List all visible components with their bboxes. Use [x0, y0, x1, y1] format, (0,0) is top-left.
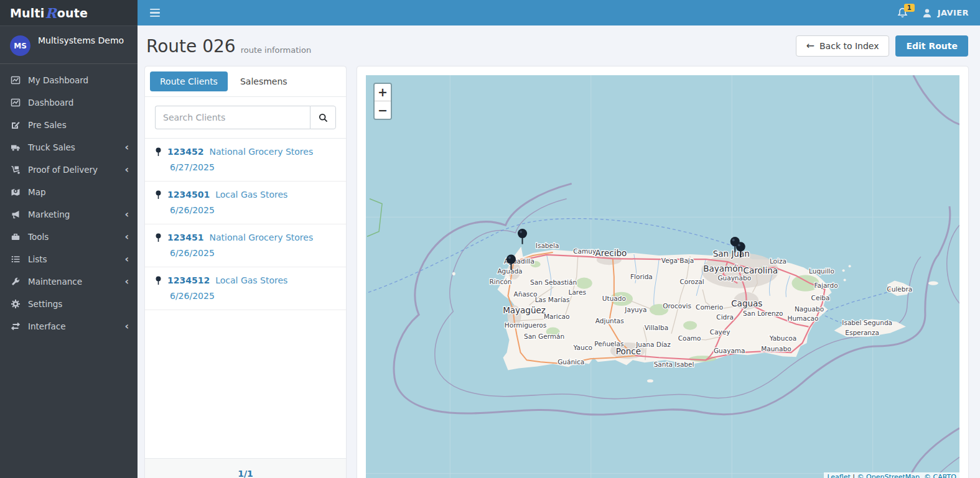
map-town-label: Cidra — [716, 313, 734, 321]
sidebar-item-label: Dashboard — [28, 98, 129, 108]
map-town-label: Yauco — [573, 344, 592, 351]
sidebar-item-pre-sales[interactable]: Pre Sales — [0, 114, 138, 136]
map-town-label: Bayamón — [703, 264, 743, 273]
client-code: 1234512 — [167, 275, 210, 285]
client-list-item[interactable]: 1234501 Local Gas Stores 6/26/2025 — [145, 182, 346, 224]
notifications-button[interactable]: 1 — [897, 7, 908, 19]
client-name: Local Gas Stores — [215, 275, 287, 285]
map-town-label: Isabela — [536, 242, 559, 249]
leaflet-map[interactable]: IsabelaCamuyAreciboVega BajaFloridaCoroz… — [366, 75, 959, 478]
chevron-left-icon: ‹ — [124, 142, 129, 152]
search-clients-input[interactable] — [155, 106, 310, 129]
sidebar-item-marketing[interactable]: Marketing ‹ — [0, 203, 138, 226]
gear-icon — [10, 299, 21, 309]
map-attribution: Leaflet | © OpenStreetMap, © CARTO — [824, 472, 959, 478]
user-name: JAVIER — [938, 8, 969, 17]
exchange-icon — [10, 321, 21, 331]
sidebar-item-map[interactable]: Map — [0, 181, 138, 203]
sidebar-item-label: Marketing — [28, 209, 124, 219]
sidebar-item-tools[interactable]: Tools ‹ — [0, 226, 138, 248]
arrow-left-icon: ← — [806, 41, 814, 51]
sidebar-item-truck-sales[interactable]: Truck Sales ‹ — [0, 136, 138, 159]
back-to-index-button[interactable]: ← Back to Index — [796, 35, 890, 57]
zoom-in-button[interactable]: + — [375, 84, 391, 101]
sidebar-item-label: Proof of Delivery — [28, 165, 124, 175]
map-town-label: Santa Isabel — [654, 361, 694, 368]
map-town-label: San Germán — [524, 333, 564, 340]
client-list-item[interactable]: 123452 National Grocery Stores 6/27/2025 — [145, 139, 346, 182]
map-town-label: Arecibo — [595, 248, 627, 258]
map-zoom-control: + − — [373, 83, 392, 120]
map-town-label: Vega Baja — [661, 257, 694, 264]
sidebar-item-dashboard[interactable]: Dashboard — [0, 91, 138, 114]
map-town-label: Culebra — [887, 285, 912, 293]
brand-logo[interactable]: MultiRoute — [0, 0, 138, 25]
search-button[interactable] — [310, 106, 336, 129]
chart-icon — [10, 75, 21, 85]
client-date: 6/27/2025 — [170, 162, 336, 172]
dolly-icon — [10, 165, 21, 175]
client-code: 123452 — [167, 147, 203, 157]
map-pin-icon — [155, 233, 162, 242]
sidebar-nav: My Dashboard Dashboard Pre Sales Truck S… — [0, 64, 138, 342]
user-menu[interactable]: JAVIER — [922, 7, 969, 19]
map-town-label: Naguabo — [795, 305, 824, 313]
org-name: Multisystems Demo — [38, 34, 124, 48]
back-button-label: Back to Index — [819, 41, 879, 51]
sidebar-item-my-dashboard[interactable]: My Dashboard — [0, 69, 138, 91]
client-list-item[interactable]: 123451 National Grocery Stores 6/26/2025 — [145, 224, 346, 267]
tab-salesmens[interactable]: Salesmens — [230, 71, 297, 91]
page-header: Route 026 route information ← Back to In… — [146, 35, 968, 57]
map-town-label: Las Marías — [535, 296, 570, 303]
sidebar-item-label: Settings — [28, 299, 129, 309]
sidebar-item-settings[interactable]: Settings — [0, 293, 138, 315]
map-icon — [10, 187, 21, 197]
map-town-label: Yabucoa — [769, 334, 796, 342]
map-town-label: Ceiba — [811, 294, 830, 301]
carto-link[interactable]: © CARTO — [924, 473, 956, 478]
client-date: 6/26/2025 — [170, 248, 336, 258]
panel-tabs: Route Clients Salesmens — [145, 67, 346, 97]
map-town-label: Villalba — [645, 324, 668, 331]
menu-toggle-icon[interactable] — [150, 9, 160, 17]
map-panel: IsabelaCamuyAreciboVega BajaFloridaCoroz… — [357, 67, 968, 478]
edit-route-button[interactable]: Edit Route — [895, 35, 968, 57]
osm-link[interactable]: © OpenStreetMap, — [857, 473, 922, 478]
sidebar-item-label: Tools — [28, 232, 124, 242]
org-panel[interactable]: MS Multisystems Demo — [0, 25, 138, 64]
sidebar-item-label: Maintenance — [28, 277, 124, 287]
sidebar-item-label: Interface — [28, 321, 124, 331]
client-name: Local Gas Stores — [215, 190, 287, 200]
client-name: National Grocery Stores — [209, 232, 313, 242]
tab-route-clients[interactable]: Route Clients — [150, 71, 228, 91]
zoom-out-button[interactable]: − — [375, 101, 391, 119]
chevron-left-icon: ‹ — [124, 232, 129, 242]
map-town-label: San Juan — [713, 249, 750, 259]
notification-badge: 1 — [904, 4, 915, 12]
client-list-item[interactable]: 1234512 Local Gas Stores 6/26/2025 — [145, 267, 346, 310]
sidebar-item-label: Map — [28, 187, 129, 197]
map-pin[interactable] — [518, 229, 527, 244]
attribution-separator: | — [851, 473, 857, 478]
sidebar-item-lists[interactable]: Lists ‹ — [0, 248, 138, 270]
truck-icon — [10, 142, 21, 152]
map-town-label: Carolina — [744, 265, 778, 275]
sidebar-item-proof-of-delivery[interactable]: Proof of Delivery ‹ — [0, 159, 138, 181]
client-date: 6/26/2025 — [170, 205, 336, 215]
sidebar-item-maintenance[interactable]: Maintenance ‹ — [0, 270, 138, 293]
bullhorn-icon — [10, 209, 21, 219]
panel-footer: 1/1 — [145, 458, 346, 478]
map-town-label: Adjuntas — [595, 317, 624, 324]
pen-icon — [10, 120, 21, 130]
map-town-label: Isabel Segunda — [842, 318, 892, 326]
map-town-label: Loiza — [770, 257, 786, 265]
leaflet-link[interactable]: Leaflet — [827, 473, 850, 478]
map-town-label: Coamo — [678, 334, 701, 342]
map-town-label: Ponce — [616, 346, 641, 356]
sidebar-item-interface[interactable]: Interface ‹ — [0, 315, 138, 338]
chevron-left-icon: ‹ — [124, 209, 129, 219]
chevron-left-icon: ‹ — [124, 254, 129, 264]
map-town-label: Caguas — [731, 298, 762, 308]
topbar: 1 JAVIER — [138, 0, 980, 25]
map-town-label: Aguada — [497, 267, 522, 275]
